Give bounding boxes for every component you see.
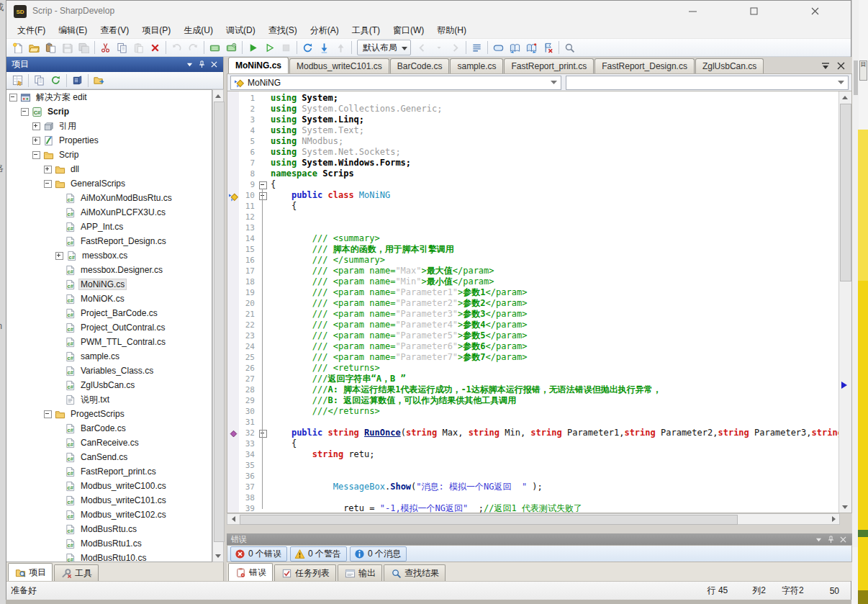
new-doc-button[interactable] [9,40,26,55]
scroll-right-icon[interactable] [828,515,838,523]
lines-button[interactable] [469,40,485,55]
prop-grid-button[interactable] [9,73,26,89]
build-button[interactable] [207,40,223,55]
close-button[interactable] [798,1,831,22]
menu-item[interactable]: 工具(T) [345,22,386,39]
tree-expander[interactable] [32,122,40,130]
minimize-button[interactable] [676,1,709,22]
copy-button[interactable] [31,73,48,89]
tree-item[interactable]: 解决方案 edit [6,90,212,104]
scrollbar-thumb[interactable] [214,102,225,542]
scroll-left-icon[interactable] [228,515,238,523]
err-count-button[interactable]: 0 个错误 [230,546,287,562]
tree-item[interactable]: c#APP_Int.cs [6,220,212,234]
tab-任务列表[interactable]: 任务列表 [274,564,336,581]
panel-close-icon[interactable] [837,534,849,545]
build2-button[interactable] [223,40,240,55]
code-text[interactable]: using System;using System.Collections.Ge… [268,91,839,513]
tree-item[interactable]: c#BarCode.cs [6,421,212,436]
tree-expander[interactable] [21,108,29,116]
menu-item[interactable]: 项目(P) [135,22,177,39]
scroll-down-icon[interactable] [841,502,849,512]
tree-item[interactable]: c#AiMoXunModBusRtu.cs [6,191,212,205]
tree-item[interactable]: Scrip [6,148,212,162]
tab-输出[interactable]: 输出 [338,564,382,581]
maximize-button[interactable] [737,1,770,22]
tree-item[interactable]: GeneralScrips [6,176,212,191]
book-r-button[interactable] [523,40,540,55]
close-document-icon[interactable] [837,60,845,73]
tree-item[interactable]: c#Modbus_writeC101.cs [6,493,212,508]
tree-item[interactable]: c#MoNiOK.cs [6,292,212,306]
tree-item[interactable]: C#Scrip [6,104,212,119]
tree-item[interactable]: Properties [6,133,212,148]
round-rect-button[interactable] [490,40,507,55]
tree-item[interactable]: c#FastReport_Design.cs [6,234,212,248]
tree-item[interactable]: c#Modbus_writeC100.cs [6,479,212,493]
delete-button[interactable] [147,40,163,55]
run-button[interactable] [245,40,261,55]
menu-item[interactable]: 帮助(H) [430,22,473,39]
scrollbar-thumb[interactable] [240,515,738,525]
project-tree-scrollbar[interactable] [212,89,224,562]
class-combobox[interactable]: MoNiNG [230,76,561,90]
tree-item[interactable]: c#ModBusRtu1.cs [6,536,212,551]
editor-vertical-scrollbar[interactable] [838,91,851,513]
panel-close-icon[interactable] [208,59,220,70]
tree-item[interactable]: c#ModBusRtu10.cs [6,551,212,562]
panel-dropdown-icon[interactable] [813,534,825,545]
document-tab-MoNiNG.cs[interactable]: MoNiNG.cs [228,57,289,73]
refresh-button[interactable] [299,40,316,55]
document-tab-Modbus_writeC101.cs[interactable]: Modbus_writeC101.cs [289,58,389,73]
panel-pin-icon[interactable] [825,534,837,545]
menu-item[interactable]: 生成(U) [177,22,220,39]
menu-item[interactable]: 查找(S) [262,22,304,39]
paste-doc-button[interactable] [42,40,59,55]
tree-expander[interactable] [44,410,52,418]
editor-horizontal-scrollbar[interactable] [227,513,840,525]
tree-item[interactable]: c#MoNiNG.cs [6,277,212,292]
tree-item[interactable]: 引用 [6,119,212,133]
flag-x-button[interactable] [540,40,556,55]
tab-项目[interactable]: 项目 [8,563,53,581]
document-tab-FastReport_print.cs[interactable]: FastReport_print.cs [504,58,594,73]
menu-item[interactable]: 窗口(W) [386,22,430,39]
tree-expander[interactable] [32,137,40,145]
scroll-up-icon[interactable] [214,91,222,101]
title-bar[interactable]: SD Scrip - SharpDevelop [6,1,851,23]
tree-item[interactable]: 说明.txt [6,392,212,407]
tree-item[interactable]: c#CanReceive.cs [6,436,212,450]
tab-list-icon[interactable] [821,60,830,73]
tree-item[interactable]: c#messbox.cs [6,248,212,263]
fold-marker[interactable] [259,430,267,438]
menu-item[interactable]: 文件(F) [11,22,52,39]
tree-item[interactable]: c#AiMoXunPLCFX3U.cs [6,205,212,220]
fold-marker[interactable] [259,181,267,189]
fold-marker[interactable] [259,192,267,200]
document-tab-BarCode.cs[interactable]: BarCode.cs [390,58,450,73]
tree-item[interactable]: c#Project_OutContral.cs [6,320,212,335]
tree-item[interactable]: c#ModBusRtu.cs [6,522,212,536]
tree-item[interactable]: c#messbox.Designer.cs [6,263,212,277]
magnifier-button[interactable] [561,40,578,55]
scroll-down-icon[interactable] [214,551,222,561]
document-tab-FastReport_Design.cs[interactable]: FastReport_Design.cs [595,58,695,73]
document-tab-ZglUsbCan.cs[interactable]: ZglUsbCan.cs [695,58,764,73]
scrollbar-thumb[interactable] [840,104,851,281]
tree-item[interactable]: c#sample.cs [6,349,212,364]
cut-button[interactable] [97,40,114,55]
tab-工具[interactable]: 工具 [54,564,99,581]
book-l-button[interactable] [507,40,523,55]
module-button[interactable] [69,73,86,89]
tree-expander[interactable] [55,252,63,260]
menu-item[interactable]: 调试(D) [220,22,262,39]
menu-item[interactable]: 编辑(E) [52,22,94,39]
folder-out-button[interactable] [91,73,107,89]
tree-item[interactable]: c#Project_BarCode.cs [6,306,212,320]
step-down-button[interactable] [316,40,333,55]
tree-item[interactable]: c#FastReport_print.cs [6,464,212,479]
tree-expander[interactable] [44,180,52,188]
project-panel-header[interactable]: 项目 [6,57,223,72]
scroll-up-icon[interactable] [841,92,849,102]
run-o-button[interactable] [261,40,278,55]
